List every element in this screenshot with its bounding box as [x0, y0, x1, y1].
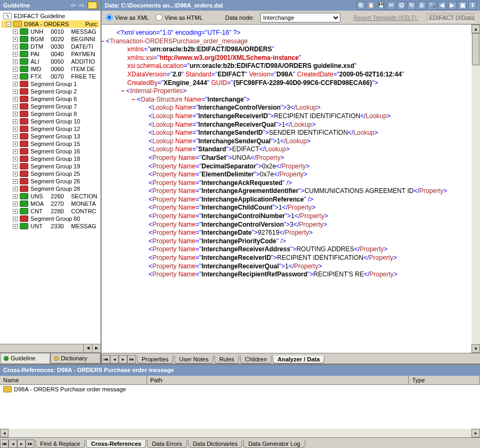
tree-item[interactable]: +BGM0020BEGINNI [1, 35, 99, 43]
btab-scroll-last-icon[interactable]: ⏭ [26, 439, 34, 448]
save-icon[interactable]: 💾 [377, 1, 385, 10]
tree-item[interactable]: +PAI0040PAYMEN [1, 50, 99, 58]
data-node-combo[interactable]: Interchange [260, 13, 340, 22]
tree-item[interactable]: +Segment Group 18 [1, 155, 99, 163]
bottom-tab[interactable]: Data Errors [147, 440, 187, 448]
expand-icon[interactable]: + [13, 104, 18, 109]
expand-icon[interactable]: + [13, 172, 18, 176]
cross-ref-row[interactable]: D98A - ORDERS Purchase order message [0, 385, 480, 393]
tree-item[interactable]: +Segment Group 12 [1, 125, 99, 133]
tree-item[interactable]: +Segment Group 25 [1, 170, 99, 177]
cut-icon[interactable]: ✂ [387, 1, 396, 10]
tab-scroll-prev-icon[interactable]: ◂ [110, 355, 119, 364]
tree-item[interactable]: +Segment Group 15 [1, 140, 99, 148]
expand-icon[interactable]: + [13, 119, 18, 124]
open-folder-icon[interactable] [88, 2, 97, 9]
tree-icon[interactable]: ⌬ [397, 1, 406, 10]
prev-icon[interactable]: ◀ [438, 1, 446, 10]
expand-icon[interactable]: + [13, 127, 18, 132]
tree-item[interactable]: +Segment Group 60 [1, 215, 99, 222]
xml-view[interactable]: <?xml version="1.0" encoding="UTF-16" ?>… [102, 25, 471, 353]
refresh-icon[interactable]: ↻ [407, 1, 416, 10]
view-html-radio[interactable]: View as HTML [156, 14, 203, 21]
expand-icon[interactable]: + [13, 52, 18, 57]
expand-icon[interactable]: + [13, 217, 18, 221]
col-path[interactable]: Path [147, 376, 409, 384]
btab-scroll-prev-icon[interactable]: ◂ [9, 439, 17, 448]
expand-icon[interactable]: + [13, 224, 18, 229]
expand-icon[interactable]: + [13, 179, 18, 184]
main-tab[interactable]: Analyzer / Data [273, 356, 324, 364]
cross-refs-hscroll[interactable]: ◂▸ [0, 429, 480, 437]
copy-icon[interactable]: ⎘ [357, 1, 365, 10]
forward-icon[interactable]: ⇨ [79, 2, 84, 9]
expand-icon[interactable]: + [13, 134, 18, 139]
expand-icon[interactable]: + [13, 112, 18, 117]
tab-scroll-first-icon[interactable]: ⏮ [102, 355, 110, 364]
run-icon[interactable]: ▣ [458, 1, 467, 10]
tab-scroll-last-icon[interactable]: ⏭ [127, 355, 136, 364]
tree-item[interactable]: +ALI0050ADDITIO [1, 58, 99, 65]
expand-icon[interactable]: + [13, 82, 18, 87]
expand-icon[interactable]: + [13, 44, 18, 49]
tree-item[interactable]: +Segment Group 16 [1, 148, 99, 155]
tree-root[interactable]: ✎ EDIFACT Guideline [1, 12, 99, 20]
expand-icon[interactable]: + [13, 187, 18, 191]
bottom-tab[interactable]: Data Dictionaries [188, 440, 243, 448]
expand-icon[interactable]: + [13, 59, 18, 64]
back-icon[interactable]: ⇦ [71, 2, 76, 9]
btab-scroll-first-icon[interactable]: ⏮ [0, 439, 9, 448]
expand-icon[interactable]: + [13, 194, 18, 199]
tree-item[interactable]: +Segment Group 10 [1, 118, 99, 125]
main-tab[interactable]: Children [240, 356, 272, 364]
collapse-icon[interactable]: − [6, 22, 11, 27]
report-template-link[interactable]: Report Template (XSLT): [353, 14, 418, 21]
scroll-thumb[interactable] [472, 33, 479, 65]
tree-item[interactable]: +UNT2330MESSAG [1, 222, 99, 230]
tree-item[interactable]: +Segment Group 6 [1, 95, 99, 103]
expand-icon[interactable]: + [13, 142, 18, 146]
tree-item[interactable]: +UNH0010MESSAG [1, 28, 99, 35]
col-type[interactable]: Type [409, 376, 480, 384]
export-icon[interactable]: ⇪ [468, 1, 477, 10]
tree-item[interactable]: +Segment Group 1 [1, 80, 99, 88]
paste-icon[interactable]: 📋 [367, 1, 375, 10]
expand-icon[interactable]: + [13, 74, 18, 79]
expand-icon[interactable]: + [13, 97, 18, 102]
tab-guideline[interactable]: Guideline [0, 353, 50, 364]
expand-icon[interactable]: + [13, 149, 18, 154]
bottom-tab[interactable]: Find & Replace [35, 440, 85, 448]
tree-item[interactable]: +UNS2260SECTION [1, 192, 99, 200]
main-tab[interactable]: Rules [214, 356, 239, 364]
tree-item[interactable]: +DTM0030DATE/TI [1, 43, 99, 50]
vscrollbar[interactable]: ▴ ▾ [471, 25, 480, 353]
tab-scroll-next-icon[interactable]: ▸ [119, 355, 127, 364]
tree-item[interactable]: +CNT2280CONTRC [1, 207, 99, 215]
next-icon[interactable]: ▶ [448, 1, 456, 10]
tree-folder-orders[interactable]: − D98A - ORDERS Purc [1, 20, 99, 28]
col-name[interactable]: Name [0, 376, 147, 384]
tree-item[interactable]: +MOA2270MONETA [1, 200, 99, 207]
print-icon[interactable]: ⎙ [417, 1, 426, 10]
expand-icon[interactable]: + [13, 37, 18, 42]
btab-scroll-next-icon[interactable]: ▸ [17, 439, 26, 448]
expand-icon[interactable]: + [13, 202, 18, 206]
expand-icon[interactable]: + [13, 157, 18, 161]
tab-dictionary[interactable]: Dictionary [50, 353, 100, 364]
tree-item[interactable]: +Segment Group 2 [1, 88, 99, 95]
expand-icon[interactable]: + [13, 209, 18, 214]
expand-icon[interactable]: + [13, 29, 18, 34]
bottom-tab[interactable]: Cross-References [86, 440, 146, 448]
tree-item[interactable]: +Segment Group 13 [1, 133, 99, 140]
find-icon[interactable]: 🔍 [428, 1, 436, 10]
tree-item[interactable]: +Segment Group 26 [1, 177, 99, 185]
main-tab[interactable]: User Notes [174, 356, 213, 364]
expand-icon[interactable]: + [13, 89, 18, 94]
view-xml-radio[interactable]: View as XML [106, 14, 149, 21]
tree-item[interactable]: +IMD0060ITEM DE [1, 65, 99, 73]
guideline-tree[interactable]: ✎ EDIFACT Guideline − D98A - ORDERS Purc… [0, 11, 100, 344]
sidebar-hscroll[interactable]: ◂▸ [0, 344, 100, 352]
expand-icon[interactable]: + [13, 164, 18, 169]
expand-icon[interactable]: + [13, 67, 18, 72]
tree-item[interactable]: +Segment Group 19 [1, 163, 99, 170]
